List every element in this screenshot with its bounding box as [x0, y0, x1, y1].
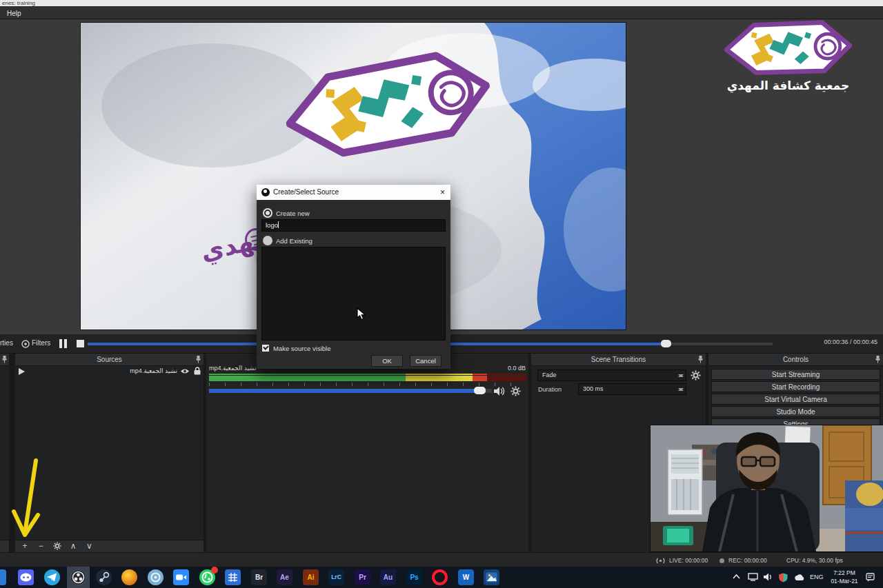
- audition-icon[interactable]: Au: [380, 569, 396, 585]
- webcam-video: [651, 425, 883, 551]
- make-source-visible-checkbox[interactable]: [262, 345, 269, 352]
- scenes-toolbar-partial: [0, 540, 9, 552]
- pin-icon[interactable]: [195, 356, 201, 363]
- filters-button[interactable]: Filters: [32, 339, 50, 347]
- existing-sources-list[interactable]: [261, 247, 446, 341]
- screen: enes: training Help: [0, 0, 883, 588]
- rec-status: REC: 00:00:00: [728, 557, 767, 564]
- controls-header: Controls: [708, 354, 883, 366]
- brand-logo-icon: [724, 18, 852, 77]
- pause-button-bar2[interactable]: [64, 339, 67, 348]
- duration-spinbox[interactable]: 300 ms: [578, 383, 686, 395]
- brand-overlay: جمعية كشافة المهدي: [724, 18, 852, 101]
- tray-antivirus-shield-icon[interactable]: [779, 567, 788, 588]
- move-source-down-button[interactable]: ∨: [82, 540, 96, 552]
- bridge-icon[interactable]: Br: [251, 569, 267, 585]
- close-icon[interactable]: ×: [440, 185, 445, 200]
- zoom-icon[interactable]: [173, 569, 189, 585]
- photos-icon[interactable]: [484, 569, 499, 585]
- sources-panel-title: Sources: [97, 356, 122, 363]
- make-source-visible-label: Make source visible: [273, 345, 330, 352]
- whatsapp-icon[interactable]: [199, 569, 215, 585]
- ok-button[interactable]: OK: [371, 355, 403, 367]
- properties-button-partial[interactable]: rties: [0, 339, 13, 347]
- create-select-source-dialog: Create/Select Source × Create new logo A…: [257, 185, 450, 369]
- obs-status-bar: LIVE: 00:00:00 REC: 00:00:00 CPU: 4.9%, …: [0, 552, 883, 567]
- mixer-gear-icon[interactable]: [510, 386, 521, 396]
- grid-app-icon[interactable]: [225, 569, 241, 585]
- lightroom-icon[interactable]: LrC: [328, 569, 344, 585]
- telegram-icon[interactable]: [44, 569, 60, 585]
- volume-slider-track[interactable]: [209, 389, 492, 393]
- move-source-up-button[interactable]: ∧: [66, 540, 80, 552]
- transition-select[interactable]: Fade: [537, 369, 686, 381]
- game-icon[interactable]: [121, 569, 137, 585]
- notification-badge: [211, 567, 218, 574]
- start-recording-button[interactable]: Start Recording: [711, 381, 880, 392]
- pin-icon[interactable]: [1, 356, 8, 363]
- source-name-value: logo: [266, 221, 278, 229]
- edge-partial-icon[interactable]: [0, 569, 6, 585]
- speaker-icon[interactable]: [494, 387, 506, 396]
- opera-icon[interactable]: [432, 569, 448, 585]
- add-existing-radio[interactable]: [263, 236, 272, 245]
- source-properties-button[interactable]: [50, 540, 64, 552]
- blue-app-icon[interactable]: [148, 569, 163, 585]
- create-new-radio[interactable]: [263, 208, 272, 218]
- discord-icon[interactable]: [18, 569, 34, 585]
- scenes-panel-header: [0, 354, 9, 366]
- clock-time: 7:22 PM: [826, 569, 862, 577]
- tray-network-icon[interactable]: [748, 567, 758, 588]
- tray-onedrive-cloud-icon[interactable]: [794, 567, 805, 588]
- photoshop-icon[interactable]: Ps: [406, 569, 422, 585]
- source-list-item[interactable]: نشيد الجمعية.mp4: [15, 365, 204, 377]
- stop-button[interactable]: [77, 340, 84, 347]
- eye-icon[interactable]: [180, 368, 190, 374]
- create-new-label: Create new: [276, 210, 310, 217]
- obs-icon[interactable]: [70, 569, 86, 585]
- audio-mixer-panel: نشيد الجمعية.mp4 0.0 dB: [206, 354, 528, 555]
- sources-panel-header: Sources: [15, 354, 204, 366]
- dialog-title: Create/Select Source: [273, 188, 339, 196]
- add-existing-label: Add Existing: [276, 237, 312, 245]
- source-name-input[interactable]: logo: [261, 219, 446, 232]
- pin-icon[interactable]: [875, 356, 881, 363]
- play-icon: [19, 368, 25, 375]
- media-time: 00:00:36 / 00:00:45: [824, 338, 877, 345]
- media-seek-handle[interactable]: [661, 340, 671, 347]
- gear-icon: [53, 542, 61, 550]
- audio-meter-peak: [209, 374, 526, 375]
- windows-taskbar: Br Ae Ai LrC Pr Au Ps W ENG 7:22 PM 01-: [0, 567, 883, 588]
- transition-selected-value: Fade: [542, 372, 557, 378]
- rec-dot-icon: [720, 558, 724, 563]
- tray-chevron-up-icon[interactable]: [733, 567, 740, 588]
- cpu-status: CPU: 4.9%, 30.00 fps: [786, 557, 843, 564]
- volume-slider-handle[interactable]: [474, 387, 486, 394]
- word-icon[interactable]: W: [458, 569, 474, 585]
- steam-icon[interactable]: [96, 569, 112, 585]
- tray-clock[interactable]: 7:22 PM 01-Mar-21: [826, 569, 862, 585]
- window-title-fragment: enes: training: [0, 0, 883, 6]
- live-status: LIVE: 00:00:00: [669, 557, 708, 564]
- premiere-icon[interactable]: Pr: [355, 569, 370, 585]
- menu-help[interactable]: Help: [0, 7, 28, 20]
- aftereffects-icon[interactable]: Ae: [277, 569, 292, 585]
- spinner-updown-icon: [678, 385, 684, 394]
- cancel-button[interactable]: Cancel: [410, 355, 442, 367]
- illustrator-icon[interactable]: Ai: [303, 569, 319, 585]
- start-streaming-button[interactable]: Start Streaming: [711, 369, 880, 380]
- annotation-arrow: [10, 455, 51, 545]
- tray-language[interactable]: ENG: [810, 567, 824, 588]
- dialog-titlebar[interactable]: Create/Select Source ×: [257, 185, 450, 200]
- duration-value: 300 ms: [583, 385, 604, 392]
- mixer-db-value: 0.0 dB: [508, 365, 526, 372]
- pin-icon[interactable]: [697, 356, 704, 363]
- pause-button[interactable]: [59, 339, 62, 348]
- action-center-icon[interactable]: [866, 567, 875, 588]
- start-virtual-camera-button[interactable]: Start Virtual Camera: [711, 394, 880, 405]
- transition-gear-icon[interactable]: [691, 370, 701, 381]
- chevron-updown-icon: [678, 372, 684, 380]
- tray-volume-icon[interactable]: [764, 567, 773, 588]
- lock-icon[interactable]: [194, 367, 201, 375]
- studio-mode-button[interactable]: Studio Mode: [711, 406, 880, 417]
